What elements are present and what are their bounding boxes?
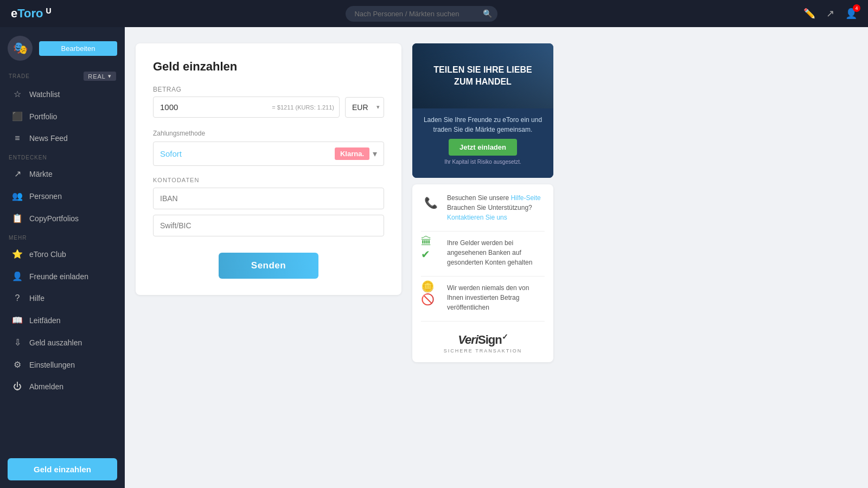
promo-headline: TEILEN SIE IHRE LIEBE ZUM HANDEL [433,64,532,88]
bank-icon: 🏛✔ [421,238,441,258]
iban-input[interactable] [153,188,384,209]
user-icon[interactable]: 👤 4 [845,8,857,20]
help-icon: ? [12,293,23,303]
coin-no-icon: 🪙🚫 [421,283,441,303]
sidebar-item-label: Freunde einladen [29,272,88,281]
promo-card: TEILEN SIE IHRE LIEBE ZUM HANDEL Laden S… [412,43,553,178]
real-badge[interactable]: REAL ▾ [84,72,116,81]
edit-profile-button[interactable]: Bearbeiten [39,41,117,56]
portfolio-icon: ⬛ [12,111,23,121]
promo-text: Laden Sie Ihre Freunde zu eToro ein und … [420,115,546,134]
sidebar-item-newsfeed[interactable]: ≡ News Feed [3,128,122,149]
sidebar-item-etoroclub[interactable]: ⭐ eToro Club [3,243,122,265]
promo-body: Laden Sie Ihre Freunde zu eToro ein und … [412,108,553,178]
sidebar-item-label: News Feed [29,134,68,143]
kontakt-link[interactable]: Kontaktieren Sie uns [447,214,507,221]
send-button[interactable]: Senden [219,253,318,279]
sidebar-item-label: Abmelden [29,382,63,391]
sidebar-item-watchlist[interactable]: ☆ Watchlist [3,84,122,105]
people-icon: 👥 [12,191,23,201]
info-item-help: 📞 Besuchen Sie unsere Hilfe-Seite Brauch… [421,193,545,222]
help-text: Besuchen Sie unsere Hilfe-Seite Brauchen… [447,193,545,222]
sidebar-item-label: Geld auszahlen [29,338,82,347]
share-icon[interactable]: ↗ [826,8,834,20]
form-title: Geld einzahlen [153,60,384,74]
payment-section: Zahlungsmethode Sofort Klarna. ▾ [153,130,384,166]
hilfe-seite-link[interactable]: Hilfe-Seite [510,194,540,202]
currency-wrap: EUR USD GBP ▾ [345,97,384,118]
markets-icon: ↗ [12,169,23,179]
klarna-badge: Klarna. [335,147,369,160]
sidebar-item-label: Portfolio [29,112,57,121]
privacy-text: Wir werden niemals den von Ihnen investi… [447,283,545,312]
right-panel: TEILEN SIE IHRE LIEBE ZUM HANDEL Laden S… [412,43,553,362]
amount-row: = $1211 (KURS: 1.211) EUR USD GBP ▾ [153,97,384,118]
zahlungsmethode-label: Zahlungsmethode [153,130,384,137]
search-icon: 🔍 [483,9,492,18]
guide-icon: 📖 [12,315,23,325]
avatar: 🎭 [8,36,33,61]
sidebar-item-hilfe[interactable]: ? Hilfe [3,288,122,309]
deposit-form-card: Geld einzahlen Betrag = $1211 (KURS: 1.2… [136,43,401,295]
sidebar-item-maerkte[interactable]: ↗ Märkte [3,163,122,184]
logo: eToro ᵁ [11,7,51,21]
club-icon: ⭐ [12,249,23,259]
mehr-section-label: MEHR [0,229,125,243]
sidebar-item-label: Personen [29,192,62,201]
payment-method-name: Sofort [160,149,182,158]
invite-icon: 👤 [12,271,23,281]
info-card: 📞 Besuchen Sie unsere Hilfe-Seite Brauch… [412,184,553,362]
phone-icon: 📞 [421,193,441,213]
search-input[interactable] [346,6,497,22]
sidebar-item-copyportfolios[interactable]: 📋 CopyPortfolios [3,208,122,229]
notification-badge: 4 [853,4,860,12]
sidebar-item-label: Märkte [29,170,53,178]
currency-select[interactable]: EUR USD GBP [345,97,384,118]
edit-icon[interactable]: ✏️ [803,8,815,20]
payment-dropdown-arrow[interactable]: ▾ [373,149,377,159]
sidebar-item-invite[interactable]: 👤 Freunde einladen [3,266,122,287]
withdraw-icon: ⇩ [12,337,23,348]
topnav: eToro ᵁ 🔍 ✏️ ↗ 👤 4 [0,0,868,27]
topnav-icons: ✏️ ↗ 👤 4 [803,8,857,20]
swift-input[interactable] [153,215,384,236]
logout-icon: ⏻ [12,382,23,391]
sidebar-item-abmelden[interactable]: ⏻ Abmelden [3,376,122,397]
promo-invite-button[interactable]: Jetzt einladen [449,139,517,156]
sidebar-item-label: Watchlist [29,90,60,99]
promo-image: TEILEN SIE IHRE LIEBE ZUM HANDEL [412,43,553,108]
amount-input-wrap: = $1211 (KURS: 1.211) [153,97,340,118]
sidebar-item-einstellungen[interactable]: ⚙ Einstellungen [3,354,122,375]
amount-equiv: = $1211 (KURS: 1.211) [272,104,334,111]
settings-icon: ⚙ [12,359,23,370]
sidebar-item-personen[interactable]: 👥 Personen [3,185,122,207]
sidebar-item-leitfaeden[interactable]: 📖 Leitfäden [3,310,122,331]
verisign-section: VeriSign​✓ SICHERE TRANSAKTION [421,328,545,354]
trade-section-label: TRADE REAL ▾ [0,66,125,83]
copy-icon: 📋 [12,213,23,223]
sidebar-item-portfolio[interactable]: ⬛ Portfolio [3,106,122,127]
sidebar-item-label: CopyPortfolios [29,214,79,223]
sidebar-bottom: Geld einzahlen [0,451,125,488]
info-item-bank: 🏛✔ Ihre Gelder werden bei angesehenen Ba… [421,238,545,267]
sidebar-item-label: Einstellungen [29,361,75,369]
verisign-logo: VeriSign​✓ [421,332,545,347]
kontodaten-label: KONTODATEN [153,177,384,183]
entdecken-section-label: ENTDECKEN [0,149,125,163]
info-item-privacy: 🪙🚫 Wir werden niemals den von Ihnen inve… [421,283,545,312]
main-content: Geld einzahlen Betrag = $1211 (KURS: 1.2… [125,27,868,488]
bank-text: Ihre Gelder werden bei angesehenen Banke… [447,238,545,267]
sidebar-item-label: Hilfe [29,294,44,303]
search-wrapper: 🔍 [346,6,497,22]
betrag-label: Betrag [153,86,384,93]
sidebar: 🎭 Bearbeiten TRADE REAL ▾ ☆ Watchlist ⬛ … [0,27,125,488]
deposit-button[interactable]: Geld einzahlen [8,458,117,480]
sidebar-item-label: Leitfäden [29,316,61,325]
sidebar-profile: 🎭 Bearbeiten [0,27,125,66]
feed-icon: ≡ [12,133,23,143]
promo-disclaimer: Ihr Kapital ist Risiko ausgesetzt. [420,158,546,171]
verisign-sub: SICHERE TRANSAKTION [421,348,545,354]
payment-method-row[interactable]: Sofort Klarna. ▾ [153,142,384,166]
sidebar-item-auszahlen[interactable]: ⇩ Geld auszahlen [3,332,122,353]
sidebar-item-label: eToro Club [29,250,66,259]
